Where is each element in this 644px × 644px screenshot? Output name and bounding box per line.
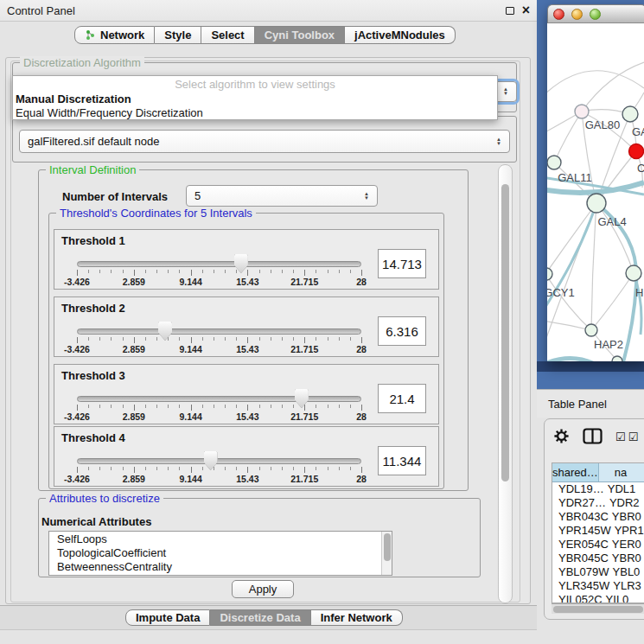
- tick-mark: [247, 467, 248, 473]
- table-h-scrollbar-thumb[interactable]: [553, 606, 643, 613]
- tick-mark: [328, 337, 328, 341]
- split-columns-icon[interactable]: [583, 428, 603, 444]
- network-node[interactable]: [629, 144, 644, 159]
- zoom-traffic-light-icon[interactable]: [590, 9, 601, 20]
- tick-mark: [99, 467, 100, 470]
- tick-mark: [214, 405, 214, 408]
- tick-mark: [271, 337, 271, 341]
- tab-jactivemnodules[interactable]: jActiveMNodules: [345, 26, 456, 44]
- apply-button[interactable]: Apply: [232, 580, 294, 598]
- tick-mark: [328, 270, 328, 273]
- algorithm-dropdown-popup: Select algorithm to view settings Manual…: [12, 75, 498, 120]
- main-scrollbar-thumb[interactable]: [501, 184, 509, 481]
- gear-icon[interactable]: [553, 428, 570, 444]
- tick-label: -3.426: [64, 344, 90, 354]
- table-row[interactable]: YLR345WYLR3: [552, 579, 644, 593]
- slider-track[interactable]: [77, 396, 361, 402]
- tab-discretize-data[interactable]: Discretize Data: [210, 609, 310, 626]
- threshold-label: Threshold 1: [61, 234, 125, 247]
- network-node[interactable]: [547, 156, 561, 169]
- network-node[interactable]: [587, 194, 606, 213]
- slider-handle[interactable]: [158, 322, 172, 341]
- table-row[interactable]: YBL079WYBL0: [552, 565, 644, 579]
- threshold-value-input[interactable]: 6.316: [378, 316, 426, 346]
- network-node[interactable]: [547, 268, 552, 280]
- network-node[interactable]: [585, 324, 597, 336]
- tab-network[interactable]: Network: [74, 26, 155, 44]
- attribute-item[interactable]: TopologicalCoefficient: [49, 545, 392, 559]
- tab-style[interactable]: Style: [155, 26, 201, 44]
- table-panel: ☑☑ shared… na YDL19…YDL1YDR27…YDR2YBR043…: [544, 418, 644, 620]
- table-cell: YDL19…: [552, 482, 604, 496]
- tick-mark: [236, 337, 237, 341]
- attributes-group-title: Attributes to discretize: [46, 492, 163, 505]
- tick-mark: [236, 405, 237, 408]
- table-row[interactable]: YBR045CYBR0: [552, 552, 644, 565]
- table-cell: YIL0: [603, 593, 644, 603]
- panel-title: Control Panel: [7, 4, 75, 17]
- slider-track[interactable]: [77, 261, 361, 267]
- popup-option-manual[interactable]: Manual Discretization: [13, 92, 497, 106]
- network-window-shadow: [537, 361, 644, 372]
- tab-select[interactable]: Select: [201, 26, 254, 44]
- threshold-value-input[interactable]: 14.713: [378, 249, 426, 278]
- tick-mark: [77, 467, 78, 473]
- column-header-shared-name[interactable]: shared…: [552, 463, 599, 481]
- table-row[interactable]: YER054CYER0: [552, 538, 644, 552]
- list-scrollbar-thumb[interactable]: [384, 533, 391, 561]
- node-label: GCY1: [547, 286, 575, 299]
- tick-label: 28: [356, 277, 367, 287]
- threshold-value-input[interactable]: 11.344: [378, 446, 426, 475]
- attribute-item[interactable]: BetweennessCentrality: [49, 559, 392, 573]
- tick-mark: [316, 270, 316, 273]
- tab-cyni-toolbox[interactable]: Cyni Toolbox: [255, 26, 345, 44]
- tick-mark: [88, 337, 89, 341]
- network-icon: [85, 29, 96, 41]
- network-canvas[interactable]: GAL80GACGAL11GAL4GCY1HHAP2: [547, 23, 644, 361]
- tick-mark: [282, 270, 283, 273]
- numeric-attributes-list[interactable]: SelfLoopsTopologicalCoefficientBetweenne…: [48, 531, 392, 576]
- slider-handle[interactable]: [204, 451, 218, 470]
- checkbox-icons[interactable]: ☑☑: [615, 430, 641, 443]
- network-edge: [547, 71, 644, 97]
- tick-label: 9.144: [179, 277, 201, 287]
- network-node[interactable]: [622, 106, 638, 122]
- table-row[interactable]: YBR043CYBR0: [552, 510, 644, 524]
- slider-track[interactable]: [77, 328, 361, 335]
- float-window-icon[interactable]: [506, 7, 514, 15]
- network-window-titlebar[interactable]: [547, 4, 644, 23]
- tick-label: 28: [356, 411, 367, 422]
- attribute-item[interactable]: SelfLoops: [49, 532, 392, 545]
- slider-handle[interactable]: [295, 389, 309, 408]
- table-panel-titlebar: Table Panel: [537, 389, 644, 418]
- network-node[interactable]: [626, 265, 641, 281]
- network-node[interactable]: [575, 105, 589, 118]
- table-row[interactable]: YPR145WYPR1: [552, 524, 644, 538]
- node-label: C: [637, 162, 644, 175]
- minimize-traffic-light-icon[interactable]: [571, 9, 583, 20]
- main-scrollbar[interactable]: [498, 164, 513, 603]
- popup-option-equal-width[interactable]: Equal Width/Frequency Discretization: [13, 106, 497, 120]
- table-data-combobox[interactable]: galFiltered.sif default node ▲▼: [19, 130, 510, 153]
- threshold-value-input[interactable]: 21.4: [378, 384, 426, 413]
- table-h-scrollbar[interactable]: [552, 603, 644, 614]
- num-intervals-combobox[interactable]: 5 ▲▼: [186, 185, 378, 207]
- table-cell: YBR0: [609, 510, 644, 524]
- close-traffic-light-icon[interactable]: [553, 9, 564, 20]
- slider-track[interactable]: [77, 458, 361, 464]
- list-scrollbar[interactable]: [381, 532, 392, 575]
- table-row[interactable]: YDR27…YDR2: [552, 496, 644, 510]
- tab-infer-network[interactable]: Infer Network: [311, 609, 403, 626]
- node-label: GA: [632, 125, 644, 138]
- table-row[interactable]: YIL052CYIL0: [552, 593, 644, 603]
- close-icon[interactable]: ×: [522, 5, 530, 16]
- tick-label: 21.715: [290, 277, 318, 287]
- column-header-name[interactable]: na: [599, 463, 644, 481]
- table-row[interactable]: YDL19…YDL1: [552, 482, 644, 496]
- tick-label: -3.426: [64, 277, 90, 287]
- slider-handle[interactable]: [234, 254, 248, 273]
- tick-mark: [123, 467, 124, 470]
- tick-mark: [304, 337, 305, 343]
- network-node[interactable]: [612, 356, 622, 361]
- tab-impute-data[interactable]: Impute Data: [125, 609, 210, 626]
